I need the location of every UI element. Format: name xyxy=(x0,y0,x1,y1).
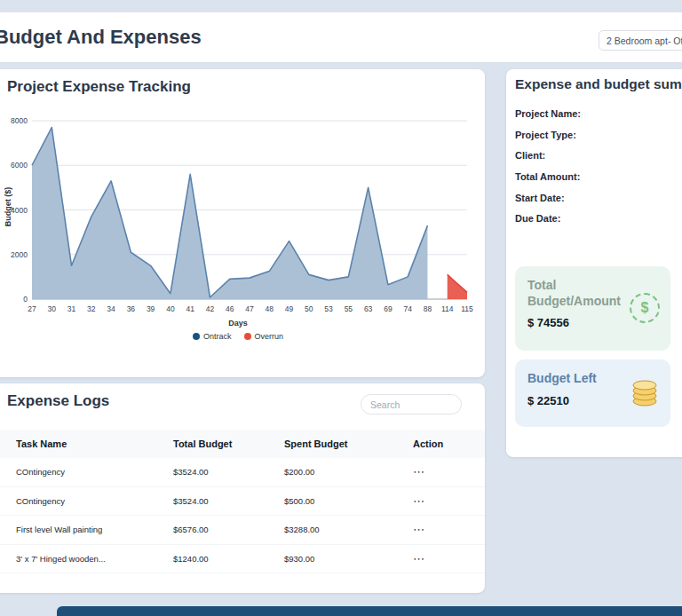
legend-item: Ontrack xyxy=(193,332,232,341)
summary-card: Expense and budget summary Project Name:… xyxy=(506,69,682,457)
row-actions-button[interactable]: ⋯ xyxy=(413,494,440,508)
legend-dot-icon xyxy=(244,333,251,340)
svg-text:50: 50 xyxy=(305,304,313,313)
svg-text:69: 69 xyxy=(384,304,393,313)
field-label: Start Date: xyxy=(515,193,565,203)
row-actions-button[interactable]: ⋯ xyxy=(413,523,440,536)
table-row: 3' x 7' Hinged wooden...$1240.00$930.00⋯ xyxy=(0,545,485,574)
svg-text:42: 42 xyxy=(206,304,215,313)
svg-text:32: 32 xyxy=(87,304,96,313)
svg-text:4000: 4000 xyxy=(11,206,28,215)
total-budget-cell: $3524.00 xyxy=(173,496,284,506)
svg-text:49: 49 xyxy=(285,304,294,313)
summary-title: Expense and budget summary xyxy=(515,76,682,92)
budget-expenses-page: Budget And Expenses 2 Bedroom apt- Ottle… xyxy=(0,0,682,616)
svg-text:6000: 6000 xyxy=(11,161,28,170)
field-label: Project Type: xyxy=(515,130,576,140)
total-budget-box: Total Budget/Amount $ 74556 $ xyxy=(515,266,670,351)
total-budget-label: Total Budget/Amount xyxy=(527,278,623,309)
svg-text:27: 27 xyxy=(28,304,36,313)
column-header: Task Name xyxy=(16,438,173,449)
spent-budget-cell: $500.00 xyxy=(284,496,413,506)
expense-logs-card: Expense Logs Task NameTotal BudgetSpent … xyxy=(0,383,485,593)
budget-left-label: Budget Left xyxy=(527,371,623,387)
spent-budget-cell: $930.00 xyxy=(284,554,413,564)
chart-x-axis-label: Days xyxy=(0,319,478,328)
budget-left-box: Budget Left $ 22510 xyxy=(515,359,670,427)
expense-tracking-title: Project Expense Tracking xyxy=(7,78,191,96)
expense-tracking-card: Project Expense Tracking Budget ($) 0200… xyxy=(0,69,485,377)
task-name-cell: 3' x 7' Hinged wooden... xyxy=(16,554,173,564)
table-row: COntingency$3524.00$500.00⋯ xyxy=(0,487,485,517)
svg-text:48: 48 xyxy=(266,304,274,313)
svg-text:53: 53 xyxy=(324,304,333,313)
row-actions-button[interactable]: ⋯ xyxy=(413,552,440,565)
svg-text:31: 31 xyxy=(67,304,76,313)
svg-text:114: 114 xyxy=(441,304,454,313)
summary-field: Due Date: xyxy=(515,213,682,234)
total-budget-cell: $3524.00 xyxy=(173,467,284,477)
svg-text:74: 74 xyxy=(403,304,412,313)
legend-dot-icon xyxy=(193,333,200,340)
field-label: Project Name: xyxy=(515,108,581,119)
page-title: Budget And Expenses xyxy=(0,26,202,49)
field-label: Due Date: xyxy=(515,213,560,224)
table-header-row: Task NameTotal BudgetSpent BudgetAction xyxy=(0,430,485,458)
legend-item: Overrun xyxy=(244,332,284,341)
legend-label: Ontrack xyxy=(203,332,232,341)
column-header: Spent Budget xyxy=(284,438,413,449)
summary-field: Project Name: xyxy=(515,108,682,130)
svg-text:115: 115 xyxy=(461,304,473,313)
task-name-cell: COntingency xyxy=(16,496,173,506)
field-label: Client: xyxy=(515,150,545,161)
chart-legend: OntrackOverrun xyxy=(0,332,478,341)
svg-text:63: 63 xyxy=(364,304,373,313)
spent-budget-cell: $200.00 xyxy=(284,467,413,477)
svg-text:0: 0 xyxy=(23,295,28,304)
svg-text:36: 36 xyxy=(127,304,136,313)
table-body: COntingency$3524.00$200.00⋯COntingency$3… xyxy=(0,458,485,573)
total-budget-cell: $6576.00 xyxy=(173,525,284,534)
spent-budget-cell: $3288.00 xyxy=(284,525,413,534)
svg-text:39: 39 xyxy=(147,304,155,313)
expense-chart-svg: 0200040006000800027303132343639404142464… xyxy=(0,112,478,320)
svg-text:30: 30 xyxy=(48,304,57,313)
svg-text:34: 34 xyxy=(107,304,115,313)
row-actions-button[interactable]: ⋯ xyxy=(413,465,440,478)
search-input[interactable] xyxy=(361,394,462,415)
summary-fields: Project Name:Project Type:Client:Total A… xyxy=(515,108,682,234)
svg-text:55: 55 xyxy=(345,304,353,313)
field-label: Total Amount: xyxy=(515,171,580,182)
table-row: COntingency$3524.00$200.00⋯ xyxy=(0,458,485,487)
svg-text:2000: 2000 xyxy=(11,250,28,259)
summary-field: Client: xyxy=(515,150,682,171)
svg-text:41: 41 xyxy=(186,304,194,313)
table-row: First level Wall painting$6576.00$3288.0… xyxy=(0,516,485,545)
summary-field: Project Type: xyxy=(515,130,682,151)
svg-text:40: 40 xyxy=(166,304,175,313)
task-name-cell: First level Wall painting xyxy=(16,525,173,534)
legend-label: Overrun xyxy=(255,332,284,341)
expense-table: Task NameTotal BudgetSpent BudgetAction … xyxy=(0,430,485,573)
svg-text:46: 46 xyxy=(226,304,234,313)
summary-field: Start Date: xyxy=(515,193,682,214)
task-name-cell: COntingency xyxy=(16,467,173,477)
summary-field: Total Amount: xyxy=(515,171,682,193)
property-selector-button[interactable]: 2 Bedroom apt- Ottley xyxy=(599,30,682,51)
svg-text:47: 47 xyxy=(245,304,254,313)
column-header: Total Budget xyxy=(173,438,284,449)
total-budget-cell: $1240.00 xyxy=(173,554,284,564)
column-header: Action xyxy=(413,438,485,449)
coins-icon xyxy=(628,375,662,409)
expense-logs-title: Expense Logs xyxy=(7,392,109,410)
page-header: Budget And Expenses 2 Bedroom apt- Ottle… xyxy=(0,12,682,62)
svg-text:88: 88 xyxy=(424,304,432,313)
dollar-sign-glyph: $ xyxy=(641,300,649,316)
svg-text:8000: 8000 xyxy=(11,116,28,125)
footer-bar xyxy=(57,606,682,616)
dollar-circle-icon: $ xyxy=(630,293,660,323)
